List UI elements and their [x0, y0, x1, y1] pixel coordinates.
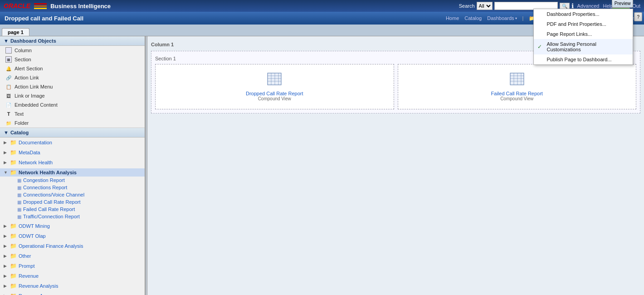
search-label: Search: [459, 3, 475, 9]
catalog-section: ▼ Catalog ▶ 📁 Documentation ▶ 📁: [0, 128, 145, 295]
file-icon: ▦: [17, 207, 21, 212]
tree-label-metadata[interactable]: ▶ 📁 MetaData: [0, 148, 145, 157]
expand-icon: ▼: [4, 170, 8, 175]
file-icon: ▦: [17, 185, 21, 190]
tree-label-network-health[interactable]: ▶ 📁 Network Health: [0, 158, 145, 167]
object-link-or-image[interactable]: 🖼 Link or Image: [0, 91, 145, 100]
object-action-link[interactable]: 🔗 Action Link: [0, 73, 145, 82]
text-icon: T: [5, 111, 12, 117]
expand-icon: ▶: [4, 254, 8, 258]
search-scope-select[interactable]: All: [477, 2, 493, 10]
expand-icon: ▶: [4, 274, 8, 278]
expand-icon: ▶: [4, 244, 8, 248]
right-content: Column 1 Section 1: [147, 36, 644, 295]
expand-icon: ▶: [4, 224, 8, 228]
tree-label-operational-finance[interactable]: ▶ 📁 Operational Finance Analysis: [0, 242, 145, 250]
preview-run-wrapper: Preview ▶ Run ⊞ ☰ Dashboard Properties..…: [612, 0, 634, 35]
object-section[interactable]: ▦ Section: [0, 55, 145, 64]
catalog-tree: ▶ 📁 Documentation ▶ 📁 MetaData: [0, 138, 145, 295]
catalog-collapse-icon: ▼: [4, 130, 9, 135]
page-report-links-item[interactable]: Page Report Links...: [534, 29, 633, 39]
tree-label-congestion-report[interactable]: ▦ Congestion Report: [7, 177, 145, 184]
action-link-icon: 🔗: [5, 74, 12, 81]
main-layout: ▼ Dashboard Objects Column ▦ Section 🔔 A…: [0, 36, 644, 295]
column-icon: [5, 47, 12, 54]
catalog-link[interactable]: Catalog: [464, 15, 482, 21]
tree-item-revenue: ▶ 📁 Revenue: [0, 271, 145, 281]
tree-label-dropped-call-report[interactable]: ▦ Dropped Call Rate Report: [7, 198, 145, 206]
object-embedded-content[interactable]: 📄 Embedded Content: [0, 100, 145, 109]
report-view-failed: Compound View: [500, 96, 533, 101]
dashboard-objects-list: Column ▦ Section 🔔 Alert Section 🔗 Actio…: [0, 46, 145, 128]
tree-item-network-health-analysis: ▼ 📁 Network Health Analysis ▦ Congestion…: [0, 167, 145, 221]
embedded-content-icon: 📄: [5, 102, 12, 108]
publish-page-item[interactable]: Publish Page to Dashboard...: [534, 54, 633, 64]
tree-label-prompt[interactable]: ▶ 📁 Prompt: [0, 262, 145, 270]
tree-label-traffic-connection-report[interactable]: ▦ Traffic/Connection Report: [7, 213, 145, 220]
dashboards-dropdown[interactable]: Dashboards ▾: [487, 15, 517, 21]
tree-label-odwt-olap[interactable]: ▶ 📁 ODWT Olap: [0, 232, 145, 240]
collapse-icon: ▼: [4, 38, 9, 44]
tree-label-other[interactable]: ▶ 📁 Other: [0, 252, 145, 260]
catalog-header[interactable]: ▼ Catalog: [0, 128, 145, 138]
file-icon: ▦: [17, 178, 21, 183]
object-text[interactable]: T Text: [0, 109, 145, 118]
tree-item-documentation: ▶ 📁 Documentation: [0, 138, 145, 148]
dashboard-objects-header[interactable]: ▼ Dashboard Objects: [0, 36, 145, 46]
expand-icon: ▶: [4, 264, 8, 268]
tree-label-revenue[interactable]: ▶ 📁 Revenue: [0, 272, 145, 280]
expand-icon: ▶: [4, 284, 8, 288]
check-icon: ✓: [537, 44, 542, 50]
report-name-dropped: Dropped Call Rate Report: [246, 91, 303, 96]
folder-obj-icon: 📁: [5, 120, 12, 126]
object-alert-section[interactable]: 🔔 Alert Section: [0, 64, 145, 73]
object-action-link-menu[interactable]: 📋 Action Link Menu: [0, 82, 145, 91]
tree-label-network-health-analysis[interactable]: ▼ 📁 Network Health Analysis: [0, 168, 145, 177]
tree-label-documentation[interactable]: ▶ 📁 Documentation: [0, 138, 145, 147]
expand-icon: ▶: [4, 140, 8, 145]
tree-label-revenue-assurance[interactable]: ▶ 📁 Revenue Assurance: [0, 292, 145, 295]
page-options-dropdown: Dashboard Properties... PDF and Print Pr…: [533, 9, 633, 65]
tree-item-odwt-mining: ▶ 📁 ODWT Mining: [0, 221, 145, 231]
allow-saving-item[interactable]: ✓ Allow Saving Personal Customizations: [534, 39, 633, 54]
report-grid-icon: [267, 73, 282, 88]
report-cell-failed-call: Failed Call Rate Report Compound View: [398, 64, 637, 109]
tree-label-connections-report[interactable]: ▦ Connections Report: [7, 184, 145, 191]
svg-rect-7: [510, 73, 524, 85]
tabs-bar: page 1 ➕ ⚙ ≡ Preview ▶ Run ⊞ ☰ Dashboard…: [0, 25, 644, 36]
oracle-logo: ORACLE Business Intelligence: [4, 2, 111, 10]
section-icon: ▦: [5, 56, 12, 63]
tree-item-metadata: ▶ 📁 MetaData: [0, 148, 145, 157]
dashboard-title: Dropped call and Failed Call: [5, 15, 83, 22]
tree-item-revenue-analysis: ▶ 📁 Revenue Analysis: [0, 281, 145, 291]
home-link[interactable]: Home: [446, 15, 459, 21]
reports-grid: Dropped Call Rate Report Compound View: [155, 64, 636, 109]
left-panel: ▼ Dashboard Objects Column ▦ Section 🔔 A…: [0, 36, 145, 295]
tree-children-network-health-analysis: ▦ Congestion Report ▦ Connections Report…: [0, 177, 145, 220]
object-folder[interactable]: 📁 Folder: [0, 118, 145, 128]
tree-item-operational-finance: ▶ 📁 Operational Finance Analysis: [0, 241, 145, 251]
dashboard-properties-item[interactable]: Dashboard Properties...: [534, 9, 633, 19]
alert-section-icon: 🔔: [5, 65, 12, 72]
svg-rect-0: [268, 73, 281, 85]
file-icon: ▦: [17, 192, 21, 197]
preview-button[interactable]: Preview: [612, 0, 634, 8]
tree-label-connections-voice[interactable]: ▦ Connections/Voice Channel: [7, 191, 145, 198]
tree-item-other: ▶ 📁 Other: [0, 251, 145, 261]
report-name-failed: Failed Call Rate Report: [491, 91, 543, 96]
link-image-icon: 🖼: [5, 93, 12, 99]
expand-icon: ▶: [4, 234, 8, 238]
expand-icon: ▶: [4, 160, 8, 165]
tree-label-failed-call-report[interactable]: ▦ Failed Call Rate Report: [7, 206, 145, 213]
dashboard-objects-section: ▼ Dashboard Objects Column ▦ Section 🔔 A…: [0, 36, 145, 128]
object-column[interactable]: Column: [0, 46, 145, 55]
pdf-print-properties-item[interactable]: PDF and Print Properties...: [534, 19, 633, 29]
tab-page1[interactable]: page 1: [2, 28, 29, 36]
tabs-right-controls: ➕ ⚙ ≡ Preview ▶ Run ⊞ ☰ Dashboard Proper…: [592, 0, 644, 36]
tree-label-odwt-mining[interactable]: ▶ 📁 ODWT Mining: [0, 222, 145, 230]
report-cell-dropped-call: Dropped Call Rate Report Compound View: [155, 64, 394, 109]
report-view-dropped: Compound View: [258, 96, 291, 101]
tree-label-revenue-analysis[interactable]: ▶ 📁 Revenue Analysis: [0, 282, 145, 290]
help-button[interactable]: ?: [634, 12, 642, 21]
file-icon: ▦: [17, 200, 21, 205]
